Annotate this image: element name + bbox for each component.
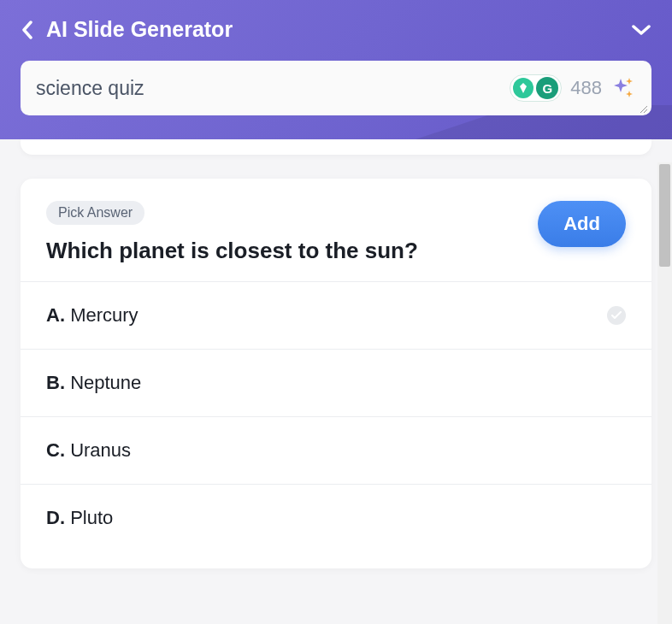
option-row[interactable]: D. Pluto bbox=[21, 485, 651, 551]
option-value: Pluto bbox=[70, 507, 113, 528]
question-text: Which planet is closest to the sun? bbox=[46, 237, 538, 266]
option-text: C. Uranus bbox=[46, 439, 131, 462]
option-value: Mercury bbox=[70, 304, 138, 326]
option-row[interactable]: A. Mercury bbox=[21, 282, 651, 350]
diamond-icon bbox=[513, 78, 533, 98]
character-counter: 488 bbox=[570, 77, 602, 99]
svg-line-0 bbox=[640, 106, 647, 113]
scrollbar-thumb[interactable] bbox=[659, 164, 670, 267]
previous-card-stub bbox=[21, 139, 651, 155]
question-header: Pick Answer Which planet is closest to t… bbox=[46, 201, 626, 266]
option-letter: B. bbox=[46, 372, 65, 393]
search-actions: G 488 bbox=[510, 74, 636, 102]
sparkle-icon[interactable] bbox=[610, 75, 636, 101]
search-bar: G 488 bbox=[21, 61, 651, 115]
option-value: Uranus bbox=[70, 439, 131, 461]
option-text: A. Mercury bbox=[46, 304, 139, 327]
option-row[interactable]: B. Neptune bbox=[21, 350, 651, 417]
header-left: AI Slide Generator bbox=[21, 17, 233, 42]
header-top-row: AI Slide Generator bbox=[21, 17, 651, 42]
scrollbar[interactable] bbox=[657, 162, 672, 624]
resize-handle[interactable] bbox=[639, 103, 649, 113]
check-icon bbox=[607, 306, 626, 325]
search-input[interactable] bbox=[36, 77, 510, 100]
svg-line-1 bbox=[644, 109, 647, 113]
back-button[interactable] bbox=[21, 20, 34, 40]
app-header: AI Slide Generator G 488 bbox=[0, 0, 672, 139]
g-icon: G bbox=[536, 77, 558, 99]
add-button[interactable]: Add bbox=[538, 201, 626, 247]
question-info: Pick Answer Which planet is closest to t… bbox=[46, 201, 538, 266]
option-text: D. Pluto bbox=[46, 507, 113, 529]
options-list: A. Mercury B. Neptune C. Uranus bbox=[21, 281, 651, 551]
option-row[interactable]: C. Uranus bbox=[21, 417, 651, 485]
option-letter: D. bbox=[46, 507, 65, 528]
option-value: Neptune bbox=[70, 372, 141, 393]
option-letter: C. bbox=[46, 439, 65, 461]
grammarly-badge[interactable]: G bbox=[510, 74, 562, 102]
question-type-badge: Pick Answer bbox=[46, 201, 144, 225]
question-card: Pick Answer Which planet is closest to t… bbox=[21, 179, 651, 568]
page-title: AI Slide Generator bbox=[46, 17, 233, 42]
content-area: Pick Answer Which planet is closest to t… bbox=[0, 139, 672, 568]
option-text: B. Neptune bbox=[46, 372, 141, 394]
option-letter: A. bbox=[46, 304, 65, 326]
dropdown-toggle[interactable] bbox=[631, 20, 651, 40]
